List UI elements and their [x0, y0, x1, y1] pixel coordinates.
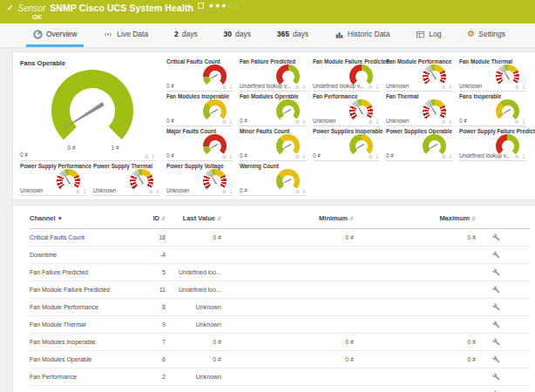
pin-icon[interactable]: ↧: [301, 119, 306, 125]
gauge-value: 0 #: [313, 152, 321, 159]
gear-icon[interactable]: ⚙: [145, 154, 149, 159]
channel-settings: [476, 338, 512, 347]
gear-icon[interactable]: ⚙: [442, 84, 446, 90]
tab-range-number: 365: [277, 30, 289, 38]
pin-icon[interactable]: ↧: [301, 84, 306, 90]
tab-historic-data[interactable]: Historic Data: [328, 24, 397, 47]
gauge-title: Power Supplies Inoperable: [313, 128, 380, 134]
pin-icon[interactable]: ↧: [448, 154, 452, 159]
wrench-icon[interactable]: [492, 321, 500, 328]
pin-icon[interactable]: ↧: [448, 84, 452, 90]
gauge-value: 0 #: [20, 152, 28, 158]
channel-gauge-cell: Power Supplies Inoperable0 #⚙↧: [313, 126, 380, 161]
gear-icon[interactable]: ⚙: [149, 189, 153, 194]
cell-last: Unknown: [166, 321, 221, 328]
wrench-icon[interactable]: [492, 303, 500, 311]
pin-icon[interactable]: ↧: [448, 119, 452, 125]
pin-icon[interactable]: ↧: [82, 189, 86, 194]
tab-2-days[interactable]: 2days: [167, 24, 205, 47]
pin-icon[interactable]: ↧: [301, 154, 306, 159]
gear-icon[interactable]: ⚙: [515, 154, 519, 159]
tab-label: Live Data: [117, 30, 148, 38]
star-empty-icon[interactable]: ☆: [227, 2, 234, 10]
gear-icon[interactable]: ⚙: [515, 84, 519, 90]
star-empty-icon[interactable]: ☆: [234, 2, 240, 10]
pin-icon[interactable]: ↧: [228, 154, 233, 159]
gauge-cell-actions: ⚙↧: [515, 154, 525, 159]
gear-icon[interactable]: ⚙: [515, 119, 519, 125]
column-header-channel[interactable]: Channel▼: [30, 214, 134, 222]
gear-icon[interactable]: ⚙: [369, 84, 373, 90]
tab-label: days: [182, 30, 198, 38]
gauge-title: Fan Thermal: [386, 93, 453, 99]
gear-icon[interactable]: ⚙: [222, 189, 227, 194]
table-row: Fan Module Failure Predicted11Undefined …: [30, 281, 530, 299]
pin-icon[interactable]: ↧: [375, 84, 379, 90]
gear-icon[interactable]: ⚙: [222, 154, 227, 159]
wrench-icon[interactable]: [492, 251, 500, 259]
star-filled-icon[interactable]: ★: [221, 2, 227, 10]
tab-bar: OverviewLive Data2days30days365daysHisto…: [0, 24, 535, 48]
status-badge: OK: [32, 13, 42, 21]
tab-log[interactable]: Log: [409, 24, 448, 47]
gear-icon[interactable]: ⚙: [222, 119, 227, 125]
tab-30-days[interactable]: 30days: [217, 24, 258, 47]
pin-icon[interactable]: ↧: [301, 189, 306, 194]
gear-icon[interactable]: ⚙: [295, 154, 300, 159]
channel-gauge-cell: Power Supply Failure PredictedUndefined …: [459, 126, 526, 161]
channel-settings: [476, 355, 512, 364]
wrench-icon[interactable]: [492, 373, 500, 381]
tab-label: Historic Data: [348, 30, 390, 38]
channel-settings: [476, 321, 512, 329]
gauge-grid: Fans Operable0 #1 #0 #⚙↧Critical Faults …: [20, 57, 535, 196]
column-header-max[interactable]: Maximum⇵: [354, 214, 476, 222]
tab-settings[interactable]: ⚙Settings: [460, 24, 512, 47]
gear-icon[interactable]: ⚙: [295, 119, 300, 125]
wrench-icon[interactable]: [492, 338, 500, 346]
pin-icon[interactable]: ↧: [228, 119, 233, 125]
pin-icon[interactable]: ↧: [155, 189, 159, 194]
cell-id: 8: [134, 304, 166, 310]
pin-icon[interactable]: ↧: [375, 119, 379, 125]
gauge-scale-min: 0 #: [68, 145, 76, 151]
wrench-icon[interactable]: [492, 286, 500, 294]
tab-live-data[interactable]: Live Data: [96, 24, 155, 47]
gear-icon[interactable]: ⚙: [76, 189, 80, 194]
pin-icon[interactable]: ↧: [521, 119, 525, 125]
cell-id: 9: [134, 321, 166, 328]
pin-icon[interactable]: ↧: [228, 189, 233, 194]
gear-icon[interactable]: ⚙: [369, 154, 373, 159]
pin-icon[interactable]: ↧: [521, 154, 525, 159]
channels-table-panel: Channel▼ID⇵Last Value⇵Minimum⇵Maximum⇵ C…: [12, 205, 535, 392]
wrench-icon[interactable]: [492, 268, 500, 276]
tab-overview[interactable]: Overview: [26, 24, 84, 47]
gauge-cell-actions: ⚙↧: [295, 84, 306, 90]
gauge-dial: [51, 70, 133, 152]
pin-icon[interactable]: ↧: [375, 154, 379, 159]
cell-id: 2: [134, 374, 166, 380]
gear-icon[interactable]: ⚙: [369, 119, 373, 125]
pin-icon[interactable]: ↧: [521, 84, 525, 90]
column-header-min[interactable]: Minimum⇵: [221, 214, 354, 222]
gauge-title: Fan Failure Predicted: [240, 58, 307, 64]
gear-icon[interactable]: ⚙: [442, 154, 446, 159]
gear-icon[interactable]: ⚙: [442, 119, 446, 125]
pin-icon[interactable]: ↧: [228, 84, 233, 90]
gauge-value: Unknown: [166, 187, 189, 193]
wrench-icon[interactable]: [492, 233, 500, 241]
table-row: Fan Performance2Unknown: [30, 368, 530, 386]
channel-settings: [476, 268, 512, 277]
gear-icon[interactable]: ⚙: [295, 84, 300, 90]
column-header-last[interactable]: Last Value⇵: [166, 214, 221, 222]
gauge-cell-actions: ⚙↧: [222, 189, 233, 194]
column-header-id[interactable]: ID⇵: [134, 214, 166, 222]
tab-365-days[interactable]: 365days: [270, 24, 315, 47]
channel-settings: [476, 286, 512, 294]
gear-icon[interactable]: ⚙: [295, 189, 300, 194]
wrench-icon[interactable]: [492, 355, 500, 363]
priority-stars[interactable]: ★★★☆☆: [208, 2, 240, 10]
cell-id: 7: [134, 339, 166, 345]
star-filled-icon[interactable]: ★: [214, 2, 220, 10]
gear-icon[interactable]: ⚙: [222, 84, 227, 90]
pin-icon[interactable]: ↧: [151, 154, 155, 159]
